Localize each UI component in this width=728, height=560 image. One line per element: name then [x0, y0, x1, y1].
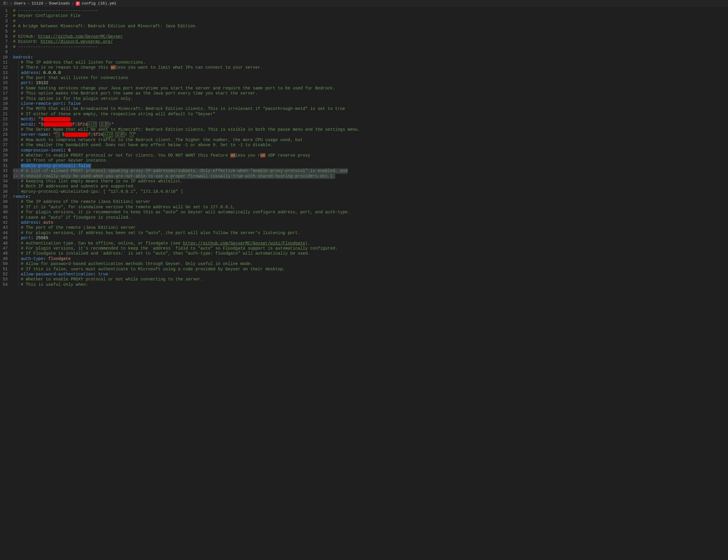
code-editor[interactable]: 1234567891011121314151617181920212223242…	[0, 7, 728, 288]
breadcrumb-seg[interactable]: Downloads	[49, 1, 70, 6]
breadcrumb-sep: ›	[27, 1, 30, 6]
redaction	[43, 122, 72, 127]
code-area[interactable]: # --------------------------------# Geys…	[13, 7, 360, 288]
breadcrumb-sep: ›	[45, 1, 47, 6]
breadcrumb-seg[interactable]: 1112d	[31, 1, 43, 6]
breadcrumb-seg[interactable]: C:	[4, 1, 8, 6]
breadcrumb-sep: ›	[72, 1, 74, 6]
redaction	[43, 117, 71, 122]
breadcrumb-file[interactable]: config (16).yml	[82, 1, 116, 6]
breadcrumb-seg[interactable]: Users	[14, 1, 26, 6]
breadcrumb: C: › Users › 1112d › Downloads › config …	[0, 0, 728, 7]
redaction	[64, 132, 88, 137]
yaml-file-icon	[76, 1, 80, 6]
line-gutter: 1234567891011121314151617181920212223242…	[0, 7, 13, 288]
breadcrumb-sep: ›	[10, 1, 12, 6]
